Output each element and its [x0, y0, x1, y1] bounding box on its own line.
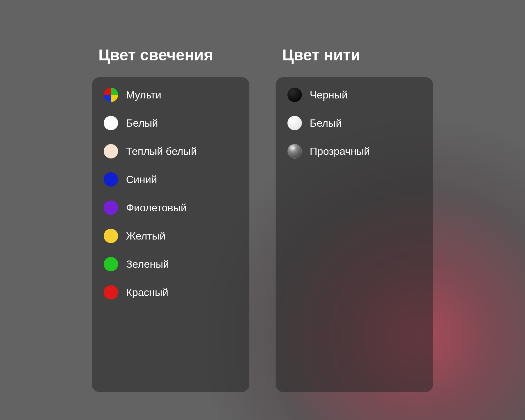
wire-color-title: Цвет нити — [276, 46, 360, 64]
option-white-wire[interactable]: Белый — [287, 116, 421, 130]
option-label: Теплый белый — [126, 145, 197, 158]
option-red[interactable]: Красный — [104, 285, 238, 300]
option-violet[interactable]: Фиолетовый — [104, 200, 238, 215]
swatch-warm-white-icon — [104, 144, 118, 158]
swatch-violet-icon — [104, 200, 118, 215]
swatch-red-icon — [104, 285, 118, 300]
swatch-white-icon — [104, 116, 118, 130]
option-label: Белый — [310, 117, 342, 129]
wire-color-column: Цвет нити Черный Белый Прозрачный — [276, 46, 433, 392]
glow-color-column: Цвет свечения Мульти Белый Теплый белый … — [92, 46, 249, 392]
option-transparent-wire[interactable]: Прозрачный — [287, 144, 421, 158]
option-multi[interactable]: Мульти — [104, 88, 238, 102]
option-label: Фиолетовый — [126, 202, 187, 214]
option-blue[interactable]: Синий — [104, 172, 238, 187]
option-label: Белый — [126, 117, 158, 129]
option-label: Зеленый — [126, 258, 169, 270]
glow-color-card: Мульти Белый Теплый белый Синий Фиолетов… — [92, 77, 249, 392]
option-label: Желтый — [126, 230, 165, 242]
swatch-yellow-icon — [104, 229, 118, 243]
swatch-transparent-icon — [287, 144, 302, 158]
swatch-black-icon — [287, 88, 302, 102]
swatch-green-icon — [104, 257, 118, 271]
glow-color-title: Цвет свечения — [92, 46, 213, 64]
swatch-white-icon — [287, 116, 302, 130]
option-label: Мульти — [126, 89, 161, 101]
option-label: Красный — [126, 286, 168, 299]
option-label: Синий — [126, 174, 157, 186]
swatch-multi-icon — [104, 88, 118, 102]
wire-color-card: Черный Белый Прозрачный — [276, 77, 433, 392]
option-white[interactable]: Белый — [104, 116, 238, 130]
option-label: Черный — [310, 89, 347, 101]
option-warm-white[interactable]: Теплый белый — [104, 144, 238, 158]
option-black-wire[interactable]: Черный — [287, 88, 421, 102]
option-green[interactable]: Зеленый — [104, 257, 238, 271]
swatch-blue-icon — [104, 172, 118, 187]
option-label: Прозрачный — [310, 145, 370, 158]
option-yellow[interactable]: Желтый — [104, 229, 238, 243]
